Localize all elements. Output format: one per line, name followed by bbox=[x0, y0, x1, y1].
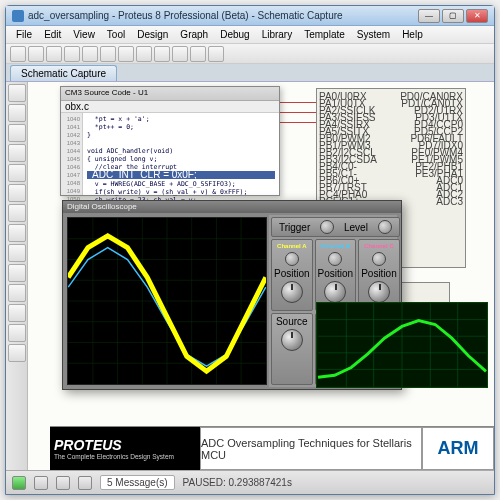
channel-a-gain-knob[interactable] bbox=[281, 281, 303, 303]
generator-icon[interactable] bbox=[8, 224, 26, 242]
window-title: adc_oversampling - Proteus 8 Professiona… bbox=[28, 10, 418, 21]
channel-b-panel: Channel B Position bbox=[315, 239, 357, 311]
banner-headline: ADC Oversampling Techniques for Stellari… bbox=[200, 427, 422, 470]
menu-debug[interactable]: Debug bbox=[214, 27, 255, 42]
toolbar bbox=[6, 44, 494, 64]
logo-subtitle: The Complete Electronics Design System bbox=[54, 453, 196, 460]
menu-view[interactable]: View bbox=[67, 27, 101, 42]
print-icon[interactable] bbox=[64, 46, 80, 62]
code-body: *pt = x + 'a'; *pt++ = 0; } void ADC_han… bbox=[83, 113, 279, 206]
wire-icon[interactable] bbox=[8, 124, 26, 142]
menu-file[interactable]: File bbox=[10, 27, 38, 42]
level-label: Level bbox=[344, 222, 368, 233]
source-panel-a: Source bbox=[271, 313, 313, 385]
minimize-button[interactable]: — bbox=[418, 9, 440, 23]
play-icon[interactable] bbox=[12, 476, 26, 490]
bus-icon[interactable] bbox=[8, 144, 26, 162]
pin-icon[interactable] bbox=[8, 184, 26, 202]
undo-icon[interactable] bbox=[82, 46, 98, 62]
position-label: Position bbox=[318, 268, 354, 279]
terminal-icon[interactable] bbox=[8, 164, 26, 182]
channel-c-label: Channel C bbox=[363, 242, 395, 250]
save-icon[interactable] bbox=[46, 46, 62, 62]
open-icon[interactable] bbox=[28, 46, 44, 62]
component-icon[interactable] bbox=[8, 104, 26, 122]
channel-a-label: Channel A bbox=[276, 242, 307, 250]
trigger-label: Trigger bbox=[279, 222, 310, 233]
trigger-panel: Trigger Level bbox=[271, 217, 400, 237]
source-label: Source bbox=[276, 316, 308, 327]
net-wire bbox=[276, 122, 316, 123]
code-tab[interactable]: obx.c bbox=[65, 101, 89, 112]
logo-name: PROTEUS bbox=[54, 437, 196, 453]
channel-a-panel: Channel A Position bbox=[271, 239, 313, 311]
rect-icon[interactable] bbox=[8, 304, 26, 322]
channel-c-gain-knob[interactable] bbox=[368, 281, 390, 303]
text-icon[interactable] bbox=[8, 284, 26, 302]
u1-right-pins: PD0/CAN0RXPD1/CAN0TXPD2/U1RXPD3/U1TXPD4/… bbox=[400, 93, 463, 205]
zoom-in-icon[interactable] bbox=[172, 46, 188, 62]
oscilloscope-title: Digital Oscilloscope bbox=[63, 201, 401, 213]
source-code-window[interactable]: CM3 Source Code - U1 obx.c 1040104110421… bbox=[60, 86, 280, 196]
line-gutter: 1040104110421043104410451046104710481049… bbox=[61, 113, 83, 195]
arm-logo: ARM bbox=[422, 427, 494, 470]
workspace: PA0/U0RXPA1/U0TXPA2/SSICLKPA3/SSIFSSPA4/… bbox=[6, 82, 494, 470]
channel-c-position-knob[interactable] bbox=[372, 252, 386, 266]
zoom-fit-icon[interactable] bbox=[208, 46, 224, 62]
sim-state: PAUSED: 0.293887421s bbox=[183, 477, 292, 488]
circle-icon[interactable] bbox=[8, 324, 26, 342]
paste-icon[interactable] bbox=[154, 46, 170, 62]
app-icon bbox=[12, 10, 24, 22]
code-window-title: CM3 Source Code - U1 bbox=[61, 87, 279, 101]
graph-icon[interactable] bbox=[8, 204, 26, 222]
instrument-icon[interactable] bbox=[8, 264, 26, 282]
status-bar: 5 Message(s) PAUSED: 0.293887421s bbox=[6, 470, 494, 494]
tool-palette bbox=[6, 82, 28, 470]
app-window: adc_oversampling - Proteus 8 Professiona… bbox=[5, 5, 495, 495]
tab-schematic[interactable]: Schematic Capture bbox=[10, 65, 117, 81]
oscilloscope-display bbox=[67, 217, 267, 385]
net-wire bbox=[276, 102, 316, 103]
titlebar: adc_oversampling - Proteus 8 Professiona… bbox=[6, 6, 494, 26]
message-count[interactable]: 5 Message(s) bbox=[100, 475, 175, 490]
step-icon[interactable] bbox=[34, 476, 48, 490]
menu-library[interactable]: Library bbox=[256, 27, 299, 42]
channel-b-label: Channel B bbox=[320, 242, 352, 250]
position-label: Position bbox=[274, 268, 310, 279]
trigger-source-knob[interactable] bbox=[378, 220, 392, 234]
maximize-button[interactable]: ▢ bbox=[442, 9, 464, 23]
channel-b-gain-knob[interactable] bbox=[324, 281, 346, 303]
new-icon[interactable] bbox=[10, 46, 26, 62]
pointer-icon[interactable] bbox=[8, 84, 26, 102]
net-wire bbox=[276, 112, 316, 113]
proteus-logo: PROTEUS The Complete Electronics Design … bbox=[50, 427, 200, 470]
timebase-knob[interactable] bbox=[281, 329, 303, 351]
menu-bar: File Edit View Tool Design Graph Debug L… bbox=[6, 26, 494, 44]
arc-icon[interactable] bbox=[8, 344, 26, 362]
pause-icon[interactable] bbox=[56, 476, 70, 490]
menu-design[interactable]: Design bbox=[131, 27, 174, 42]
zoom-out-icon[interactable] bbox=[190, 46, 206, 62]
simulation-graph[interactable] bbox=[316, 302, 488, 388]
copy-icon[interactable] bbox=[136, 46, 152, 62]
document-tabs: Schematic Capture bbox=[6, 64, 494, 82]
trigger-level-knob[interactable] bbox=[320, 220, 334, 234]
menu-template[interactable]: Template bbox=[298, 27, 351, 42]
cut-icon[interactable] bbox=[118, 46, 134, 62]
menu-help[interactable]: Help bbox=[396, 27, 429, 42]
position-label: Position bbox=[361, 268, 397, 279]
footer-banner: PROTEUS The Complete Electronics Design … bbox=[50, 426, 494, 470]
probe-icon[interactable] bbox=[8, 244, 26, 262]
channel-a-position-knob[interactable] bbox=[285, 252, 299, 266]
redo-icon[interactable] bbox=[100, 46, 116, 62]
u1-left-pins: PA0/U0RXPA1/U0TXPA2/SSICLKPA3/SSIFSSPA4/… bbox=[319, 93, 377, 205]
close-button[interactable]: ✕ bbox=[466, 9, 488, 23]
menu-graph[interactable]: Graph bbox=[174, 27, 214, 42]
channel-b-position-knob[interactable] bbox=[328, 252, 342, 266]
menu-system[interactable]: System bbox=[351, 27, 396, 42]
menu-tool[interactable]: Tool bbox=[101, 27, 131, 42]
menu-edit[interactable]: Edit bbox=[38, 27, 67, 42]
channel-c-panel: Channel C Position bbox=[358, 239, 400, 311]
schematic-canvas[interactable]: PA0/U0RXPA1/U0TXPA2/SSICLKPA3/SSIFSSPA4/… bbox=[28, 82, 494, 470]
stop-icon[interactable] bbox=[78, 476, 92, 490]
